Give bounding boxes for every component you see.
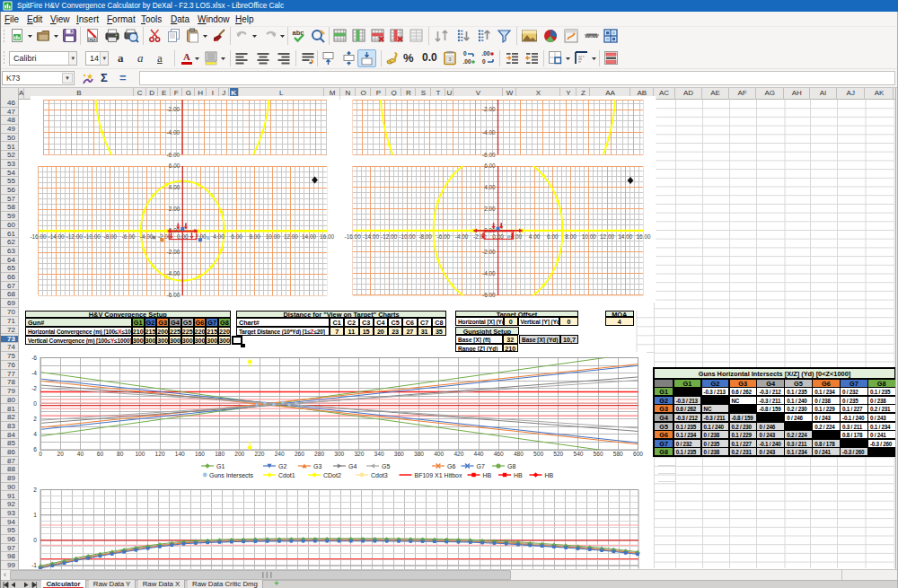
svg-text:-1: -1 — [31, 562, 37, 568]
svg-text:2: 2 — [33, 487, 37, 493]
svg-text:0: 0 — [33, 537, 37, 543]
svg-text:1: 1 — [33, 512, 37, 518]
